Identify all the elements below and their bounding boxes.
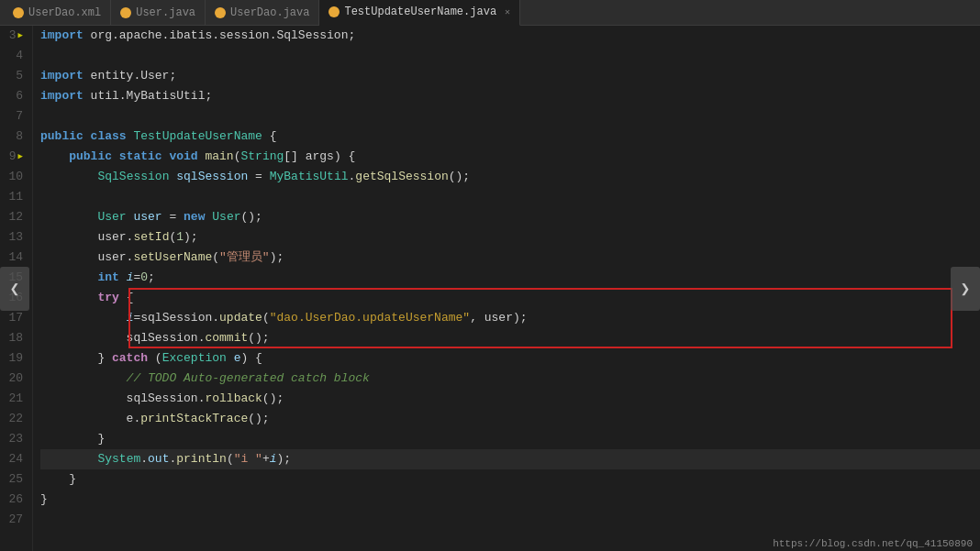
code-line-19: } catch (Exception e) { — [40, 348, 980, 369]
code-line-4 — [40, 46, 980, 66]
tab-icon-test — [329, 6, 340, 17]
line-num-20: 20 — [6, 369, 27, 389]
code-line-24: System.out.println("i "+i); — [40, 449, 980, 469]
code-line-25: } — [40, 469, 980, 490]
code-line-8: public class TestUpdateUserName { — [40, 127, 980, 147]
code-line-18: sqlSession.commit(); — [40, 328, 980, 348]
line-num-8: 8 — [6, 127, 27, 147]
line-num-23: 23 — [6, 429, 27, 449]
tab-userdao-xml[interactable]: UserDao.xml — [4, 0, 111, 26]
code-line-22: e.printStackTrace(); — [40, 409, 980, 429]
code-line-21: sqlSession.rollback(); — [40, 389, 980, 409]
tab-icon-userdao — [215, 7, 226, 18]
tab-icon-xml — [13, 7, 24, 18]
code-line-9: public static void main(String[] args) { — [40, 147, 980, 167]
line-num-14: 14 — [6, 248, 27, 268]
code-line-20: // TODO Auto-generated catch block — [40, 369, 980, 389]
code-line-27 — [40, 510, 980, 530]
line-num-12: 12 — [6, 207, 27, 227]
tab-testupdateusername-java[interactable]: TestUpdateUserName.java ✕ — [319, 0, 520, 26]
tab-label-userdao-java: UserDao.java — [230, 6, 309, 19]
line-num-6: 6 — [6, 86, 27, 106]
tab-close-icon[interactable]: ✕ — [505, 6, 510, 17]
watermark: https://blog.csdn.net/qq_41150890 — [765, 536, 980, 551]
code-line-10: SqlSession sqlSession = MyBatisUtil.getS… — [40, 167, 980, 187]
editor-container: UserDao.xml User.java UserDao.java TestU… — [0, 0, 980, 551]
tab-label-user-java: User.java — [136, 6, 195, 19]
line-num-17: 17 — [6, 308, 27, 328]
code-line-17: i=sqlSession.update("dao.UserDao.updateU… — [40, 308, 980, 328]
code-line-26: } — [40, 490, 980, 510]
code-line-5: import entity.User; — [40, 66, 980, 86]
nav-arrow-right[interactable]: ❯ — [951, 267, 980, 311]
code-line-12: User user = new User(); — [40, 207, 980, 227]
code-line-11 — [40, 187, 980, 207]
line-num-21: 21 — [6, 389, 27, 409]
line-num-13: 13 — [6, 227, 27, 248]
line-num-18: 18 — [6, 328, 27, 348]
code-area: import org.apache.ibatis.session.SqlSess… — [33, 26, 980, 551]
code-line-3: import org.apache.ibatis.session.SqlSess… — [40, 26, 980, 46]
line-num-3: 3 — [6, 26, 27, 46]
line-num-5: 5 — [6, 66, 27, 86]
line-num-7: 7 — [6, 106, 27, 127]
line-num-19: 19 — [6, 348, 27, 369]
line-num-4: 4 — [6, 46, 27, 66]
tab-label-userdao-xml: UserDao.xml — [28, 6, 101, 19]
line-num-11: 11 — [6, 187, 27, 207]
editor-body: ❮ 3 4 5 6 7 8 9 10 11 12 13 14 15 16 17 … — [0, 26, 980, 551]
line-num-26: 26 — [6, 490, 27, 510]
line-num-25: 25 — [6, 469, 27, 490]
code-line-7 — [40, 106, 980, 127]
tab-userdao-java[interactable]: UserDao.java — [206, 0, 319, 26]
code-line-13: user.setId(1); — [40, 227, 980, 248]
line-num-24: 24 — [6, 449, 27, 469]
tab-icon-user — [120, 7, 131, 18]
tab-user-java[interactable]: User.java — [111, 0, 206, 26]
code-line-6: import util.MyBatisUtil; — [40, 86, 980, 106]
code-line-16: try { — [40, 288, 980, 308]
line-num-10: 10 — [6, 167, 27, 187]
tab-label-test: TestUpdateUserName.java — [344, 6, 496, 18]
line-num-22: 22 — [6, 409, 27, 429]
try-block-container: try { i=sqlSession.update("dao.UserDao.u… — [40, 288, 980, 348]
line-num-27: 27 — [6, 510, 27, 530]
code-line-14: user.setUserName("管理员"); — [40, 248, 980, 268]
code-line-23: } — [40, 429, 980, 449]
tab-bar: UserDao.xml User.java UserDao.java TestU… — [0, 0, 980, 26]
nav-arrow-left[interactable]: ❮ — [0, 267, 29, 311]
line-num-9: 9 — [6, 147, 27, 167]
code-line-15: int i=0; — [40, 268, 980, 288]
